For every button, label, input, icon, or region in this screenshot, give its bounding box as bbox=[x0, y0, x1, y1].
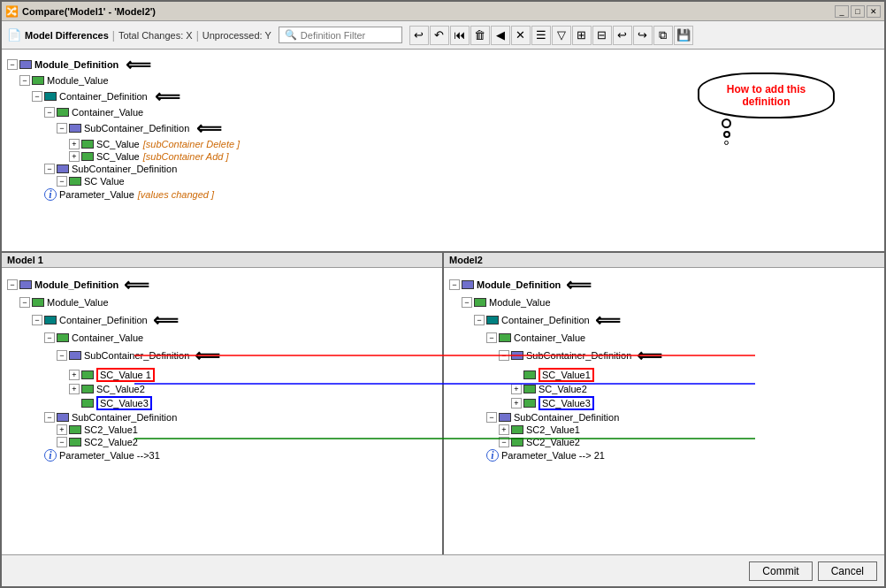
m2-label-9: SC2_Value1 bbox=[526, 424, 580, 435]
m2-folder-2 bbox=[486, 316, 499, 325]
title-bar: 🔀 Compare('Model1' - 'Model2') _ □ ✕ bbox=[2, 2, 884, 21]
m1-folder-3 bbox=[57, 333, 69, 342]
expander-4[interactable]: − bbox=[57, 123, 67, 134]
m1-expander-9[interactable]: + bbox=[57, 424, 67, 435]
cancel-button[interactable]: Cancel bbox=[818, 561, 877, 581]
search-icon: 🔍 bbox=[285, 29, 297, 41]
m2-label-3: Container_Value bbox=[514, 332, 585, 343]
expand-btn[interactable]: ⊞ bbox=[572, 26, 592, 45]
expander-1[interactable]: − bbox=[19, 75, 30, 86]
toolbar-buttons: ↩ ↶ ⏮ 🗑 ◀ ✕ ☰ ▽ ⊞ ⊟ ↩ ↪ ⧉ 💾 bbox=[409, 26, 693, 45]
filter-btn[interactable]: ▽ bbox=[552, 26, 571, 45]
copy-btn[interactable]: ⧉ bbox=[653, 26, 673, 45]
search-box[interactable]: 🔍 bbox=[279, 27, 402, 43]
close-icon-btn[interactable]: ✕ bbox=[511, 26, 531, 45]
expander-6[interactable]: + bbox=[69, 151, 80, 162]
m2-expander-8[interactable]: − bbox=[486, 412, 497, 423]
m1-node-2: − Container_Definition ⟸ bbox=[7, 309, 437, 332]
undo-btn[interactable]: ↩ bbox=[409, 26, 429, 45]
thought-circle-2 bbox=[723, 131, 730, 138]
m2-folder-8 bbox=[499, 413, 511, 422]
list-btn[interactable]: ☰ bbox=[531, 26, 551, 45]
back-btn[interactable]: ↶ bbox=[430, 26, 449, 45]
delete-btn[interactable]: 🗑 bbox=[470, 26, 490, 45]
m2-label-4: SubContainer_Definition bbox=[526, 350, 631, 361]
prev-btn[interactable]: ◀ bbox=[491, 26, 510, 45]
m2-expander-0[interactable]: − bbox=[449, 279, 460, 290]
m2-expander-2[interactable]: − bbox=[474, 315, 485, 325]
m1-expander-10[interactable]: − bbox=[57, 437, 67, 447]
search-input[interactable] bbox=[301, 30, 398, 41]
node-label-9: Parameter_Value bbox=[59, 189, 134, 200]
node-label-4: SubContainer_Definition bbox=[84, 123, 189, 134]
m1-expander-4[interactable]: − bbox=[57, 350, 67, 361]
diff-node-5: + SC_Value [subContainer Delete ] bbox=[7, 138, 879, 150]
expander-3[interactable]: − bbox=[44, 107, 55, 118]
m1-folder-4 bbox=[69, 351, 81, 360]
thought-circle-1 bbox=[722, 118, 731, 128]
m2-expander-4[interactable]: − bbox=[499, 350, 509, 361]
info-icon-9: i bbox=[44, 188, 57, 201]
m1-expander-8[interactable]: − bbox=[44, 412, 55, 423]
node-label-7: SubContainer_Definition bbox=[72, 164, 177, 174]
save-btn[interactable]: 💾 bbox=[674, 26, 693, 45]
m2-expander-6[interactable]: + bbox=[511, 384, 522, 394]
m1-label-2: Container_Definition bbox=[59, 315, 148, 325]
m2-folder-1 bbox=[474, 298, 486, 307]
maximize-button[interactable]: □ bbox=[851, 5, 865, 18]
m2-node-7: + SC_Value3 bbox=[449, 395, 879, 411]
redo-btn[interactable]: ↪ bbox=[633, 26, 653, 45]
m2-label-10: SC2_Value2 bbox=[526, 437, 580, 447]
expander-5[interactable]: + bbox=[69, 139, 80, 149]
folder-icon-4 bbox=[69, 124, 81, 133]
m1-label-9: SC2_Value1 bbox=[84, 424, 138, 435]
m2-arrow-0: ⟸ bbox=[566, 274, 592, 295]
m2-expander-9[interactable]: + bbox=[499, 424, 509, 435]
close-button[interactable]: ✕ bbox=[867, 5, 881, 18]
expander-2[interactable]: − bbox=[32, 91, 42, 102]
folder-icon-7 bbox=[57, 164, 69, 173]
m2-label-6: SC_Value2 bbox=[538, 384, 587, 394]
m1-expander-2[interactable]: − bbox=[32, 315, 42, 325]
first-btn[interactable]: ⏮ bbox=[450, 26, 470, 45]
footer: Commit Cancel bbox=[2, 554, 884, 586]
diff-node-4: − SubContainer_Definition ⟸ bbox=[7, 118, 879, 138]
m1-expander-1[interactable]: − bbox=[19, 297, 30, 308]
undo2-btn[interactable]: ↩ bbox=[613, 26, 632, 45]
m2-folder-7 bbox=[523, 399, 536, 408]
m2-expander-10[interactable]: − bbox=[499, 437, 509, 447]
m2-node-2: − Container_Definition ⟸ bbox=[449, 309, 879, 332]
total-changes: Total Changes: X bbox=[118, 30, 193, 41]
m1-expander-3[interactable]: − bbox=[44, 332, 55, 343]
m1-expander-6[interactable]: + bbox=[69, 384, 80, 394]
m2-expander-1[interactable]: − bbox=[462, 297, 472, 308]
expander-8[interactable]: − bbox=[57, 176, 67, 187]
m2-expander-7[interactable]: + bbox=[511, 398, 522, 409]
m1-folder-8 bbox=[57, 413, 69, 422]
minimize-button[interactable]: _ bbox=[835, 5, 849, 18]
m1-folder-0 bbox=[19, 280, 32, 289]
m1-node-4: − SubContainer_Definition ⟸ bbox=[7, 344, 437, 367]
m1-folder-9 bbox=[69, 425, 81, 434]
diff-pane: How to add this definition − Module_Defi… bbox=[2, 50, 884, 253]
diff-node-0: − Module_Definition ⟸ bbox=[7, 55, 879, 74]
diff-node-7: − SubContainer_Definition bbox=[7, 163, 879, 175]
m1-expander-0[interactable]: − bbox=[7, 279, 18, 290]
m2-folder-6 bbox=[523, 385, 536, 393]
m1-node-7: SC_Value3 bbox=[7, 395, 437, 411]
node-label-6: SC_Value bbox=[96, 151, 140, 162]
m1-node-10: − SC2_Value2 bbox=[7, 436, 437, 448]
diff-node-9: i Parameter_Value [values changed ] bbox=[7, 187, 879, 202]
diff-node-6: + SC_Value [subContainer Add ] bbox=[7, 150, 879, 163]
m2-expander-3[interactable]: − bbox=[486, 332, 497, 343]
thought-bubble-container: How to add this definition bbox=[698, 73, 835, 118]
m1-label-11: Parameter_Value -->31 bbox=[59, 450, 160, 461]
expander-7[interactable]: − bbox=[44, 164, 55, 174]
collapse-btn[interactable]: ⊟ bbox=[592, 26, 612, 45]
m1-expander-5[interactable]: + bbox=[69, 370, 80, 380]
arrow-indicator-2: ⟸ bbox=[155, 88, 180, 105]
m1-label-10: SC2_Value2 bbox=[84, 437, 138, 447]
commit-button[interactable]: Commit bbox=[749, 561, 812, 581]
thought-circle-3 bbox=[724, 141, 729, 145]
expander-0[interactable]: − bbox=[7, 59, 18, 70]
